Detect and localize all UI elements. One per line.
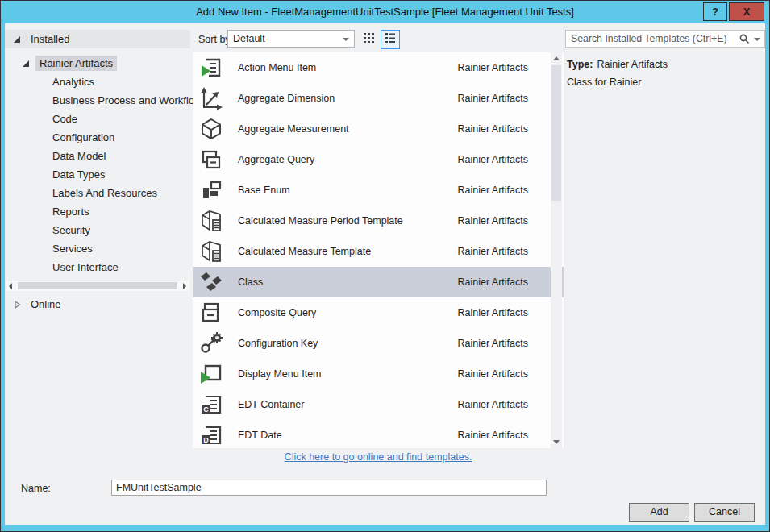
sort-by-value: Default bbox=[233, 33, 265, 44]
template-type: Rainier Artifacts bbox=[457, 399, 528, 410]
scrollbar-thumb[interactable] bbox=[551, 65, 561, 201]
list-item[interactable]: Calculated Measure Period TemplateRainie… bbox=[193, 206, 564, 236]
template-type: Rainier Artifacts bbox=[457, 62, 528, 73]
sidebar-item-label: User Interface bbox=[48, 260, 123, 275]
list-view-button[interactable] bbox=[381, 30, 400, 49]
small-icons-view-button[interactable] bbox=[360, 30, 379, 49]
sidebar-item-label: Code bbox=[48, 111, 81, 127]
scroll-down-icon[interactable] bbox=[551, 436, 562, 447]
help-button[interactable]: ? bbox=[703, 2, 727, 21]
sidebar-item-rainier-artifacts[interactable]: Rainier Artifacts bbox=[5, 54, 190, 73]
sidebar-item-services[interactable]: Services bbox=[5, 239, 190, 258]
configuration-key-icon bbox=[199, 331, 223, 355]
svg-text:D: D bbox=[203, 436, 209, 444]
grid-view-icon bbox=[363, 31, 376, 48]
collapse-arrow-icon[interactable] bbox=[12, 300, 22, 310]
calculated-measure-period-template-icon bbox=[199, 209, 223, 233]
sidebar-item-user-interface[interactable]: User Interface bbox=[5, 258, 190, 276]
aggregate-measurement-icon bbox=[199, 117, 223, 141]
scroll-left-icon[interactable] bbox=[9, 283, 12, 289]
edt-container-icon: C bbox=[199, 393, 223, 417]
template-name: Aggregate Measurement bbox=[238, 123, 457, 135]
template-name: Aggregate Query bbox=[238, 154, 457, 165]
expand-arrow-icon[interactable] bbox=[12, 35, 22, 44]
sidebar-item-business-process-and-workflow[interactable]: Business Process and Workflow bbox=[5, 91, 190, 110]
template-name: Configuration Key bbox=[238, 338, 457, 349]
action-menu-item-icon bbox=[199, 56, 223, 80]
go-online-link[interactable]: Click here to go online and find templat… bbox=[193, 451, 564, 463]
list-item[interactable]: Composite QueryRainier Artifacts bbox=[193, 297, 564, 328]
sidebar-item-reports[interactable]: Reports bbox=[5, 202, 190, 221]
list-item[interactable]: Aggregate QueryRainier Artifacts bbox=[193, 144, 564, 175]
edt-date-icon: D bbox=[199, 423, 223, 447]
template-name: EDT Container bbox=[238, 399, 457, 410]
list-item[interactable]: ClassRainier Artifacts bbox=[193, 267, 564, 297]
sidebar-item-label: Data Model bbox=[48, 148, 110, 164]
search-options-chevron-icon[interactable] bbox=[754, 38, 760, 41]
template-details-panel: Type:Rainier Artifacts Class for Rainier bbox=[567, 59, 765, 88]
name-input[interactable] bbox=[111, 480, 547, 496]
sidebar-item-label: Labels And Resources bbox=[48, 185, 161, 201]
template-name: EDT Date bbox=[238, 430, 457, 441]
list-item[interactable]: Action Menu ItemRainier Artifacts bbox=[193, 52, 564, 83]
template-name: Class bbox=[238, 276, 457, 288]
sidebar-item-installed[interactable]: Installed bbox=[5, 30, 190, 48]
scroll-right-icon[interactable] bbox=[183, 283, 186, 289]
template-type: Rainier Artifacts bbox=[457, 93, 528, 104]
class-icon bbox=[199, 270, 223, 294]
cancel-button[interactable]: Cancel bbox=[694, 503, 755, 522]
sidebar-item-labels-and-resources[interactable]: Labels And Resources bbox=[5, 184, 190, 202]
list-item[interactable]: Aggregate DimensionRainier Artifacts bbox=[193, 83, 564, 114]
titlebar[interactable]: Add New Item - FleetManagementUnitTestSa… bbox=[1, 1, 769, 23]
template-category-tree: Installed Rainier Artifacts AnalyticsBus… bbox=[5, 23, 190, 525]
sidebar-item-data-model[interactable]: Data Model bbox=[5, 147, 190, 165]
chevron-down-icon bbox=[343, 38, 349, 41]
list-item[interactable]: Configuration KeyRainier Artifacts bbox=[193, 328, 564, 359]
type-label: Type: bbox=[567, 59, 593, 70]
list-item[interactable]: Display Menu ItemRainier Artifacts bbox=[193, 359, 564, 389]
sidebar-item-configuration[interactable]: Configuration bbox=[5, 128, 190, 147]
template-name: Aggregate Dimension bbox=[238, 93, 457, 104]
list-item[interactable]: CEDT ContainerRainier Artifacts bbox=[193, 389, 564, 420]
list-item[interactable]: Aggregate MeasurementRainier Artifacts bbox=[193, 114, 564, 144]
sidebar-item-label: Analytics bbox=[48, 74, 98, 89]
sidebar-item-online[interactable]: Online bbox=[5, 295, 190, 314]
composite-query-icon bbox=[199, 301, 223, 325]
sidebar-item-label: Reports bbox=[48, 204, 94, 219]
dialog-body: Installed Rainier Artifacts AnalyticsBus… bbox=[5, 23, 765, 525]
template-name: Calculated Measure Period Template bbox=[238, 215, 457, 227]
sidebar-item-label: Rainier Artifacts bbox=[35, 56, 117, 71]
sidebar-item-code[interactable]: Code bbox=[5, 110, 190, 128]
window-title: Add New Item - FleetManagementUnitTestSa… bbox=[1, 1, 769, 23]
list-item[interactable]: Calculated Measure TemplateRainier Artif… bbox=[193, 236, 564, 267]
aggregate-query-icon bbox=[199, 148, 223, 172]
list-item[interactable]: DEDT DateRainier Artifacts bbox=[193, 420, 564, 448]
template-type: Rainier Artifacts bbox=[457, 246, 528, 257]
list-vertical-scrollbar[interactable] bbox=[551, 52, 562, 448]
sidebar-horizontal-scrollbar[interactable] bbox=[6, 281, 189, 291]
category-list: AnalyticsBusiness Process and WorkflowCo… bbox=[5, 73, 190, 276]
list-item[interactable]: Base EnumRainier Artifacts bbox=[193, 175, 564, 206]
scroll-up-icon[interactable] bbox=[551, 53, 562, 64]
close-button[interactable]: X bbox=[729, 2, 764, 21]
search-input[interactable] bbox=[566, 31, 734, 47]
sidebar-item-label: Configuration bbox=[48, 130, 119, 145]
add-button[interactable]: Add bbox=[629, 503, 689, 522]
type-value: Rainier Artifacts bbox=[597, 59, 668, 70]
template-name: Composite Query bbox=[238, 307, 457, 318]
expand-arrow-icon[interactable] bbox=[21, 59, 31, 69]
sidebar-item-security[interactable]: Security bbox=[5, 221, 190, 239]
template-type: Rainier Artifacts bbox=[457, 307, 528, 318]
template-type: Rainier Artifacts bbox=[457, 338, 528, 349]
display-menu-item-icon bbox=[199, 362, 223, 386]
sidebar-item-analytics[interactable]: Analytics bbox=[5, 73, 190, 91]
template-description: Class for Rainier bbox=[567, 77, 765, 88]
sort-by-dropdown[interactable]: Default bbox=[227, 30, 355, 48]
search-icon[interactable] bbox=[739, 33, 750, 48]
template-name: Display Menu Item bbox=[238, 368, 457, 380]
scrollbar-thumb[interactable] bbox=[18, 282, 177, 289]
template-list: Action Menu ItemRainier ArtifactsAggrega… bbox=[193, 52, 564, 448]
template-type: Rainier Artifacts bbox=[457, 123, 528, 135]
sidebar-item-data-types[interactable]: Data Types bbox=[5, 165, 190, 184]
template-name: Action Menu Item bbox=[238, 62, 457, 73]
